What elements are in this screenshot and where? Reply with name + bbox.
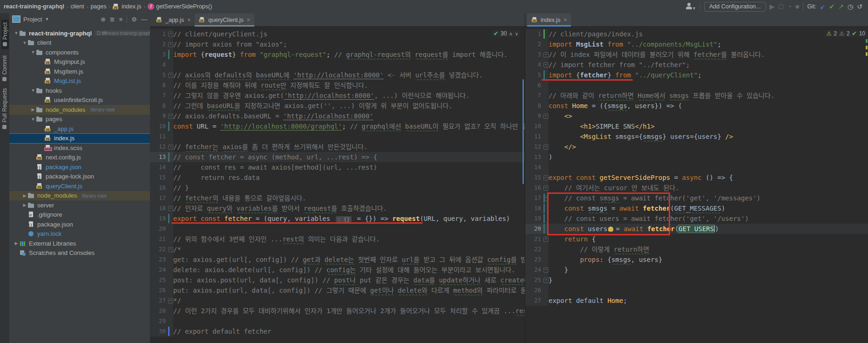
chevron-right-icon[interactable]: ▶	[13, 241, 20, 246]
code-line[interactable]: 1−// client/queryClient.js	[150, 29, 525, 39]
chevron-right-icon[interactable]: ▶	[30, 107, 36, 112]
code-line[interactable]: 3import {request} from "graphql-request"…	[150, 49, 525, 60]
code-text[interactable]: delete: axios.delete(url[, config]) // c…	[173, 265, 525, 275]
close-icon[interactable]: ×	[187, 17, 190, 23]
run-button[interactable]: ▶	[770, 3, 775, 10]
fold-marker-icon[interactable]: −	[543, 114, 549, 119]
tree-item[interactable]: ▶External Libraries	[9, 239, 150, 248]
code-line[interactable]: 5import {fetcher} from "../queryClient";	[525, 70, 868, 80]
fold-marker-icon[interactable]: −	[543, 144, 549, 150]
git-update-icon[interactable]: ↙	[820, 3, 826, 10]
code-text[interactable]: // import fetcher from "../fetcher";	[549, 60, 868, 70]
code-text[interactable]: // return res.data	[173, 172, 525, 183]
code-text[interactable]: */	[173, 295, 525, 306]
locate-file-icon[interactable]: ⊕	[101, 16, 106, 23]
tree-item[interactable]: queryClient.js	[9, 181, 150, 191]
code-line[interactable]: 26put: axios.put(url, data[, config]) //…	[150, 285, 525, 295]
code-text[interactable]: </>	[549, 142, 868, 152]
code-text[interactable]: <h1>SIMPLE SNS</h1>	[549, 121, 868, 131]
tree-item[interactable]: index.js	[9, 134, 150, 144]
tree-item[interactable]: package-lock.json	[9, 172, 150, 182]
code-line[interactable]: 21// 위의 함수에서 3번째 인자인 ...rest의 의미는 다음과 같습…	[150, 234, 525, 244]
tree-item[interactable]: MsgInput.js	[9, 57, 150, 67]
code-line[interactable]: 24− }	[525, 265, 868, 275]
code-text[interactable]: const Home = ({smsgs, users}) => (	[549, 101, 868, 111]
code-line[interactable]: 13)	[525, 152, 868, 162]
fold-marker-icon[interactable]: −	[168, 247, 173, 252]
hide-panel-icon[interactable]: —	[141, 16, 147, 23]
inspections-widget-left[interactable]: ✔30 ∧ ∨	[492, 30, 520, 37]
chevron-down-icon[interactable]: ▼	[30, 88, 36, 93]
code-text[interactable]: export const getServerSideProps = async …	[549, 172, 868, 183]
stripe-item-project[interactable]: Project	[1, 20, 9, 49]
code-text[interactable]: import {fetcher} from "../queryClient";	[549, 70, 868, 80]
code-line[interactable]: 26	[525, 285, 868, 295]
code-line[interactable]: 14// const res = await axios[method](url…	[150, 162, 525, 172]
tree-item[interactable]: _app.js	[9, 124, 150, 134]
git-history-clock-icon[interactable]: ◷	[848, 3, 853, 10]
code-line[interactable]: 16− // 여기서는 cursor 안 보내도 된다.	[525, 183, 868, 193]
code-text[interactable]	[173, 60, 525, 70]
code-line[interactable]: 25post: axios.post(url, data[, config]) …	[150, 275, 525, 285]
tree-item[interactable]: ▼components	[9, 48, 150, 57]
code-line[interactable]: 22−/*	[150, 244, 525, 254]
tree-item[interactable]: ▶server	[9, 200, 150, 210]
code-line[interactable]: 8const Home = ({smsgs, users}) => (	[525, 101, 868, 111]
fold-marker-icon[interactable]: −	[168, 298, 173, 303]
error-stripe-ok-mark[interactable]	[866, 39, 868, 43]
git-commit-check-icon[interactable]: ✔	[829, 3, 835, 10]
git-rollback-icon[interactable]: ↺	[857, 3, 862, 10]
code-line[interactable]: 9− <>	[525, 111, 868, 121]
code-text[interactable]	[549, 80, 868, 90]
code-text[interactable]: return {	[549, 234, 868, 244]
expand-all-icon[interactable]: ≣	[110, 16, 115, 23]
code-text[interactable]: // 아래와 같이 return하면 Home에서 smsgs 프롭을 받아올 …	[549, 90, 868, 101]
chevron-down-icon[interactable]: ▼	[30, 50, 36, 55]
code-text[interactable]	[173, 316, 525, 326]
chevron-down-icon[interactable]: ▼	[21, 41, 28, 45]
user-account-button[interactable]: ▼	[685, 2, 696, 11]
code-text[interactable]: // 그렇지 않을 경우엔 axios.get('http://localhos…	[173, 90, 525, 101]
code-text[interactable]: // 인자로 query와 variables를 받아서 request를 호출…	[173, 203, 525, 213]
code-text[interactable]: }	[549, 275, 868, 285]
editor-tab[interactable]: index.js×	[527, 14, 571, 26]
code-line[interactable]: 15// return res.data	[150, 172, 525, 183]
code-line[interactable]: 10 <h1>SIMPLE SNS</h1>	[525, 121, 868, 131]
fold-marker-icon[interactable]: −	[543, 185, 549, 191]
code-text[interactable]: import {request} from "graphql-request";…	[173, 49, 525, 60]
code-line[interactable]: 3−// 이 index 파일에서 데이터를 불러오기 위해 fetcher를 …	[525, 49, 868, 60]
error-stripe-warning-mark[interactable]	[866, 46, 868, 49]
code-line[interactable]: 4−// import fetcher from "../fetcher";	[525, 60, 868, 70]
tree-item[interactable]: package.json	[9, 162, 150, 172]
fold-marker-icon[interactable]: −	[168, 73, 173, 78]
tree-item[interactable]: MsgList.js	[9, 76, 150, 86]
chevron-down-icon[interactable]: ∨	[515, 31, 518, 36]
code-line[interactable]: 7// 아래와 같이 return하면 Home에서 smsgs 프롭을 받아올…	[525, 90, 868, 101]
chevron-down-icon[interactable]: ▼	[13, 31, 20, 35]
code-text[interactable]: // 여기서는 cursor 안 보내도 된다.	[549, 183, 868, 193]
code-line[interactable]: 16// }	[150, 183, 525, 193]
code-text[interactable]: // 이런 2가지 경우를 모두 대비하기위해서 인자가 1개만 들어오거나 2…	[173, 306, 525, 316]
code-text[interactable]: // const res = await axios[method](url, …	[173, 162, 525, 172]
code-text[interactable]: // import axios from "axios";	[173, 39, 525, 49]
code-line[interactable]: 12− </>	[525, 142, 868, 152]
editor-tab[interactable]: _app.js×	[152, 14, 195, 26]
fold-marker-icon[interactable]: −	[168, 206, 173, 211]
code-text[interactable]	[173, 131, 525, 142]
tree-item[interactable]: ▼pages	[9, 115, 150, 124]
chevron-right-icon[interactable]: ▶	[21, 193, 28, 198]
tree-item[interactable]: useInfiniteScroll.js	[9, 96, 150, 105]
code-line[interactable]: 7// 그렇지 않을 경우엔 axios.get('http://localho…	[150, 90, 525, 101]
code-line[interactable]: 18−// 인자로 query와 variables를 받아서 request를…	[150, 203, 525, 213]
code-text[interactable]: /*	[173, 244, 525, 254]
tree-item[interactable]: ▶node_moduleslibrary root	[9, 191, 150, 201]
add-configuration-button[interactable]: Add Configuration...	[704, 2, 766, 12]
fold-marker-icon[interactable]: −	[168, 42, 173, 47]
code-text[interactable]: // axios.defaults.baseURL = 'http://loca…	[173, 111, 525, 121]
code-line[interactable]: 15−export const getServerSideProps = asy…	[525, 172, 868, 183]
editor-tab[interactable]: queryClient.js×	[195, 14, 254, 26]
code-line[interactable]: 10const URL = 'http://localhost:8000/gra…	[150, 121, 525, 131]
collapse-all-icon[interactable]: ≡	[119, 16, 123, 23]
error-stripe-warning-mark[interactable]	[866, 52, 868, 56]
chevron-up-icon[interactable]: ∧	[509, 31, 512, 36]
